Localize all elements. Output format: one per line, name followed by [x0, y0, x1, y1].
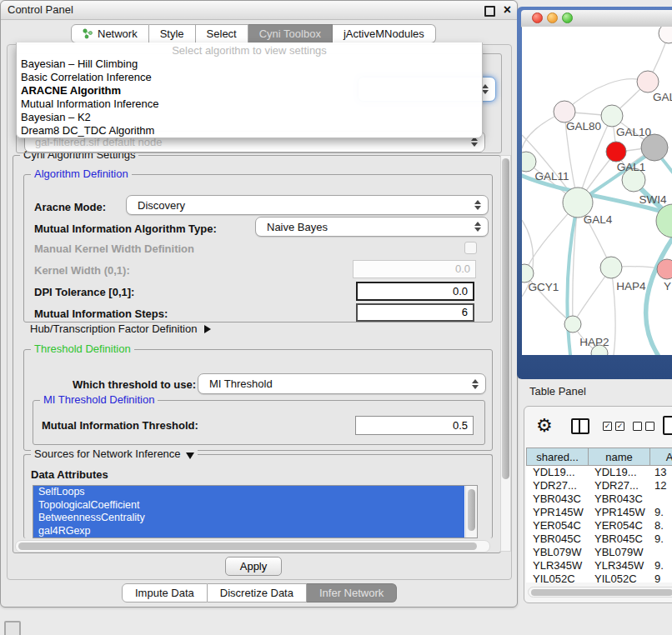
dropdown-item[interactable]: Basic Correlation Inference — [17, 71, 482, 84]
tab-infer-network[interactable]: Infer Network — [307, 583, 397, 602]
node-hap2[interactable] — [564, 316, 581, 332]
table-header-row: shared... name A — [526, 448, 672, 466]
table-row[interactable]: YDR27... YDR27... 12 — [526, 479, 672, 492]
aracne-mode-combobox[interactable]: Discovery — [126, 195, 489, 215]
dock-grip-icon[interactable] — [4, 621, 21, 635]
which-threshold-combobox[interactable]: MI Threshold — [198, 373, 486, 394]
tab-impute-data[interactable]: Impute Data — [122, 583, 208, 602]
table-row[interactable]: YPR145W YPR145W 9. — [526, 506, 672, 519]
cell-value: 8. — [649, 519, 672, 532]
checked-box-icon: ✓ — [615, 422, 624, 431]
mi-steps-field[interactable]: 6 — [356, 303, 474, 322]
tab-network[interactable]: Network — [71, 24, 149, 43]
dropdown-item[interactable]: Dream8 DC_TDC Algorithm — [17, 124, 482, 138]
network-icon — [83, 28, 93, 39]
aracne-mode-label: Aracne Mode: — [34, 201, 106, 213]
aracne-mode-value: Discovery — [138, 199, 185, 212]
control-panel-tabbar: Network Style Select Cyni Toolbox jActiv… — [71, 24, 436, 43]
group-title: MI Threshold Definition — [40, 393, 158, 406]
network-view-window: GAL GAL80 GAL10 GAL1 GAL11 SWI4 GAL4 GCY… — [517, 7, 672, 379]
column-header-clipped[interactable]: A — [649, 448, 672, 466]
control-panel-window: Control Panel × Network Style Select Cyn… — [0, 0, 518, 608]
column-header-shared-name[interactable]: shared... — [526, 448, 588, 466]
float-window-icon[interactable] — [484, 6, 495, 17]
node-gal10[interactable] — [601, 105, 623, 127]
scrollbar-thumb[interactable] — [18, 542, 477, 550]
mi-threshold-field[interactable]: 0.5 — [355, 416, 474, 435]
kernel-width-field[interactable]: 0.0 — [353, 260, 476, 278]
select-all-columns-icon[interactable]: ✓ ✓ — [603, 422, 624, 431]
hub-definition-expander[interactable]: Hub/Transcription Factor Definition — [30, 322, 211, 335]
which-threshold-value: MI Threshold — [209, 378, 273, 390]
spinner-icon — [474, 222, 481, 232]
node[interactable] — [659, 27, 672, 43]
attribute-item[interactable]: gal4RGexp — [33, 525, 464, 538]
data-attributes-list[interactable]: SelfLoops TopologicalCoefficient Between… — [33, 485, 478, 538]
cell-value: 9. — [649, 532, 672, 546]
mi-type-combobox[interactable]: Naive Bayes — [255, 217, 489, 237]
tab-jactivemnodules[interactable]: jActiveMNodules — [333, 24, 436, 43]
data-attributes-label: Data Attributes — [31, 468, 108, 481]
table-row[interactable]: YIL052C YIL052C 9 — [526, 572, 672, 582]
tab-discretize-data[interactable]: Discretize Data — [208, 583, 307, 602]
settings-vertical-scrollbar[interactable] — [500, 155, 511, 552]
mac-zoom-icon[interactable] — [562, 12, 573, 23]
network-canvas[interactable]: GAL GAL80 GAL10 GAL1 GAL11 SWI4 GAL4 GCY… — [522, 27, 672, 355]
tab-cyni-toolbox[interactable]: Cyni Toolbox — [248, 24, 333, 43]
table-body: YDL19... YDL19... 13 YDR27... YDR27... 1… — [526, 466, 672, 582]
cell-name: YDL19... — [588, 466, 649, 479]
tab-style[interactable]: Style — [149, 24, 196, 43]
control-panel-title: Control Panel — [8, 1, 73, 19]
deselect-all-columns-icon[interactable] — [633, 422, 654, 431]
cell-value — [649, 546, 672, 559]
scrollbar-thumb[interactable] — [531, 589, 672, 596]
sources-collapser[interactable]: Sources for Network Inference — [31, 448, 198, 460]
dpi-tolerance-field[interactable]: 0.0 — [356, 282, 474, 301]
attribute-item[interactable]: SelfLoops — [33, 486, 464, 499]
cell-value: 9. — [649, 506, 672, 519]
control-panel-titlebar: Control Panel × — [1, 1, 517, 20]
columns-icon[interactable] — [571, 418, 589, 434]
group-title: Threshold Definition — [31, 342, 134, 355]
column-header-name[interactable]: name — [588, 448, 649, 466]
node-label: HAP2 — [579, 336, 609, 348]
cell-name: YER054C — [588, 519, 649, 532]
tab-select[interactable]: Select — [196, 24, 248, 43]
dropdown-item[interactable]: Bayesian – Hill Climbing — [17, 58, 482, 71]
table-horizontal-scrollbar[interactable] — [528, 587, 672, 598]
node-gcy1[interactable] — [522, 264, 534, 282]
dropdown-item[interactable]: Bayesian – K2 — [17, 111, 482, 124]
node-gal[interactable] — [637, 71, 659, 92]
algorithm-dropdown-list: Select algorithm to view settings Bayesi… — [16, 42, 483, 138]
settings-horizontal-scrollbar[interactable] — [15, 540, 490, 552]
gear-icon[interactable]: ⚙ — [536, 413, 553, 438]
node-hap4[interactable] — [600, 257, 622, 278]
attribute-item[interactable]: TopologicalCoefficient — [33, 499, 464, 512]
table-row[interactable]: YLR345W YLR345W 9. — [526, 559, 672, 572]
new-table-icon[interactable] — [663, 416, 672, 435]
mi-type-label: Mutual Information Algorithm Type: — [34, 222, 217, 235]
node-gal11[interactable] — [522, 152, 536, 172]
apply-button[interactable]: Apply — [225, 557, 282, 576]
table-row[interactable]: YBR045C YBR045C 9. — [526, 532, 672, 546]
table-row[interactable]: YER054C YER054C 8. — [526, 519, 672, 532]
scrollbar-thumb[interactable] — [468, 489, 475, 531]
dropdown-item-aracne[interactable]: ARACNE Algorithm — [17, 84, 482, 98]
node-gal1-red[interactable] — [606, 142, 626, 162]
list-vertical-scrollbar[interactable] — [465, 486, 477, 538]
close-icon[interactable]: × — [504, 1, 511, 19]
collapse-down-icon — [186, 452, 194, 459]
manual-kernel-checkbox[interactable] — [464, 242, 477, 254]
mac-close-icon[interactable] — [532, 12, 543, 23]
scrollbar-thumb[interactable] — [502, 158, 509, 479]
attribute-item[interactable]: BetweennessCentrality — [33, 512, 464, 525]
node-label: GAL — [653, 91, 672, 103]
dropdown-item[interactable]: Mutual Information Inference — [17, 98, 482, 111]
threshold-definition-group: Threshold Definition Which threshold to … — [23, 349, 493, 451]
mac-minimize-icon[interactable] — [547, 12, 558, 23]
network-graph[interactable]: GAL GAL80 GAL10 GAL1 GAL11 SWI4 GAL4 GCY… — [522, 27, 672, 355]
table-row[interactable]: YBL079W YBL079W — [526, 546, 672, 559]
table-row[interactable]: YDL19... YDL19... 13 — [526, 466, 672, 479]
cell-name: YPR145W — [588, 506, 649, 519]
table-row[interactable]: YBR043C YBR043C — [526, 492, 672, 506]
